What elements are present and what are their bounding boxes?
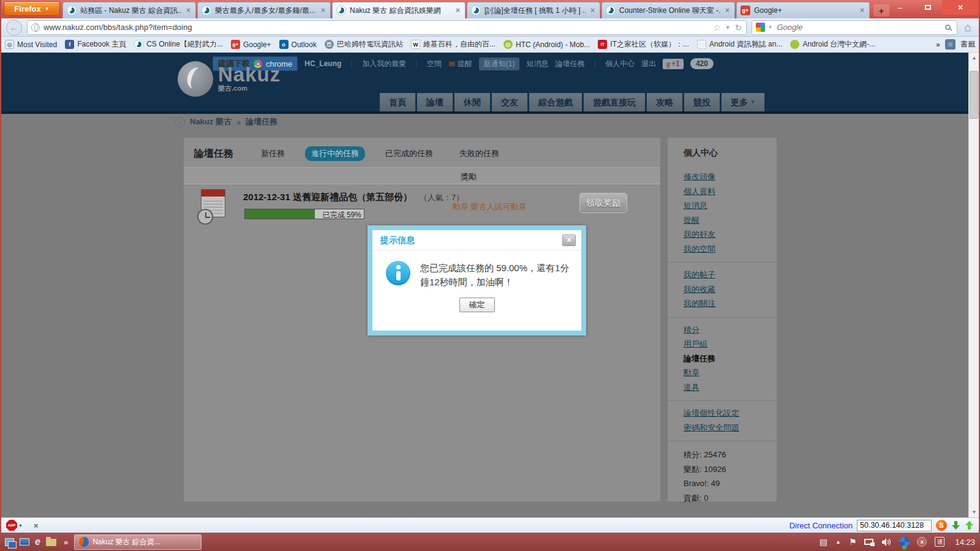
tab-close-icon[interactable]: × — [185, 6, 192, 15]
quicklaunch-overflow-icon[interactable]: » — [64, 538, 68, 547]
tab-close-icon[interactable]: × — [589, 6, 596, 15]
bookmark-item[interactable]: HTC (Android) - Mob... — [503, 40, 590, 49]
sidebar-link[interactable]: 修改頭像 — [684, 170, 777, 184]
search-box[interactable]: ▼ — [752, 20, 957, 35]
reload-icon[interactable]: ↻ — [735, 23, 742, 32]
back-button[interactable]: ← — [6, 20, 22, 36]
search-icon[interactable] — [945, 24, 951, 30]
internet-explorer-icon[interactable]: e — [35, 537, 40, 547]
sidebar-link[interactable]: 用戶組 — [684, 337, 777, 351]
show-desktop-icon[interactable] — [5, 538, 14, 546]
topbar-item[interactable]: ｜ — [413, 59, 420, 69]
tab-close-icon[interactable]: × — [454, 6, 461, 15]
sidebar-link[interactable]: 我的收藏 — [684, 282, 777, 297]
nav-item[interactable]: 綜合遊戲 — [529, 93, 582, 111]
error-tray-icon[interactable]: × — [917, 537, 927, 547]
taskbar-firefox-button[interactable]: Nakuz 樂古 綜合資... — [74, 534, 202, 550]
topbar-item[interactable]: 空間 — [427, 59, 442, 69]
sidebar-link[interactable]: 勳章 — [684, 365, 777, 380]
adblock-icon[interactable]: ABP — [6, 520, 17, 531]
display-icon[interactable] — [20, 538, 29, 545]
close-button[interactable]: × — [942, 0, 979, 15]
taskbar-clock[interactable]: 14:23 — [955, 538, 975, 547]
nav-item[interactable]: 休閒 — [454, 93, 490, 111]
bookmark-item[interactable]: Outlook — [279, 40, 317, 49]
url-dropdown-icon[interactable]: ▼ — [725, 24, 731, 31]
topbar-item[interactable]: 退出 — [641, 59, 656, 69]
breadcrumb-home-icon[interactable]: ⌂ — [175, 117, 185, 127]
vertical-scrollbar[interactable]: ▲ ▼ — [968, 53, 979, 517]
tab-close-icon[interactable]: × — [320, 6, 326, 15]
tray-chevron-icon[interactable]: ▲ — [835, 539, 841, 545]
browser-tab[interactable]: Google+ × — [736, 2, 870, 18]
network-icon[interactable] — [864, 539, 873, 545]
keyboard-icon[interactable]: ▤ — [820, 537, 827, 547]
dropbox-icon[interactable] — [898, 535, 911, 548]
browser-tab[interactable]: 樂古最多人/最多女/最多錢/最... × — [197, 2, 331, 18]
site-logo[interactable]: Nakuz 樂古.com — [178, 61, 281, 97]
bookmarks-menu-label[interactable]: 書籤 — [960, 39, 975, 50]
sidebar-link[interactable]: 我的空間 — [684, 242, 777, 257]
tab-close-icon[interactable]: × — [859, 6, 865, 15]
sidebar-link[interactable]: 短消息 — [684, 198, 777, 213]
nav-item[interactable]: 首頁 — [380, 93, 415, 111]
claim-reward-button[interactable]: 領取奖励 — [579, 193, 627, 213]
topbar-item[interactable]: 個人中心 — [605, 59, 635, 69]
download-arrow-icon[interactable] — [951, 520, 960, 530]
sidebar-link[interactable]: 論壇任務 — [684, 351, 777, 366]
browser-tab[interactable]: [討論]全壇任務 [ 挑戰 1 小時 ] ... × — [467, 2, 600, 18]
firefox-menu-button[interactable]: Firefox ▼ — [4, 1, 60, 16]
connection-status-link[interactable]: Direct Connection — [790, 521, 853, 530]
bookmark-star-icon[interactable]: ☆ — [713, 23, 721, 32]
topbar-item[interactable]: 420 — [690, 58, 714, 69]
topbar-item[interactable]: HC_Leung — [304, 59, 341, 68]
task-tab[interactable]: 失敗的任務 — [453, 146, 505, 161]
scrollbar-thumb[interactable] — [970, 71, 978, 119]
sidebar-link[interactable]: 提醒 — [684, 213, 777, 228]
minimize-button[interactable]: – — [886, 0, 914, 15]
sidebar-link[interactable]: 個人資料 — [684, 184, 777, 199]
sidebar-link[interactable]: 我的關注 — [684, 296, 777, 311]
browser-tab[interactable]: Counter-Strike Online 聊天室 -... × — [601, 2, 735, 18]
browser-tab[interactable]: 站務區 - Nakuz 樂古 綜合資訊... × — [62, 2, 196, 18]
task-tab[interactable]: 進行中的任務 — [305, 146, 365, 161]
sidebar-link[interactable]: 積分 — [684, 323, 777, 337]
upload-arrow-icon[interactable] — [965, 520, 974, 530]
topbar-item[interactable]: 加入我的最愛 — [362, 59, 406, 69]
task-name[interactable]: 2012-12-31 送舊迎新禮品包（第五部份） — [243, 192, 412, 202]
sidebar-link[interactable]: 我的好友 — [684, 227, 777, 242]
topbar-item[interactable]: 論壇任務 — [555, 59, 584, 69]
site-identity-icon[interactable] — [31, 23, 40, 32]
restore-button[interactable] — [914, 0, 942, 15]
bookmark-item[interactable]: Facebook 主頁 — [65, 39, 126, 50]
topbar-item[interactable]: ✉ 提醒 — [448, 59, 472, 69]
topbar-item[interactable]: g +1 — [663, 59, 684, 69]
task-tab[interactable]: 新任務 — [255, 146, 291, 161]
adblock-caret-icon[interactable]: ▼ — [18, 523, 23, 528]
bookmark-item[interactable]: 巴哈姆特電玩資訊站 — [325, 39, 403, 50]
sidebar-link[interactable]: 論壇個性化設定 — [684, 406, 777, 421]
proxy-address-input[interactable] — [857, 520, 932, 531]
volume-icon[interactable] — [881, 538, 892, 547]
browser-tab[interactable]: Nakuz 樂古 綜合資訊娛樂網 × — [332, 2, 466, 18]
scroll-up-icon[interactable]: ▲ — [969, 53, 979, 63]
speed-tray-icon[interactable]: 速 — [935, 537, 944, 547]
flag-icon[interactable]: ⚑ — [849, 537, 857, 547]
tab-close-icon[interactable]: × — [724, 6, 731, 15]
topbar-item[interactable]: 短消息 — [526, 59, 548, 69]
nav-item[interactable]: 論壇 — [417, 93, 453, 111]
nav-item[interactable]: 更多 ▼ — [722, 93, 764, 111]
nav-item[interactable]: 交友 — [492, 93, 527, 111]
nav-item[interactable]: 遊戲直接玩 — [584, 93, 645, 111]
url-bar[interactable]: www.nakuz.com/bbs/task.php?item=doing ☆ … — [27, 20, 747, 35]
breadcrumb-home-link[interactable]: Nakuz 樂古 — [190, 116, 232, 127]
statusbar-close-icon[interactable]: × — [34, 521, 39, 530]
bookmark-item[interactable]: 維基百科，自由的百... — [411, 39, 496, 50]
explorer-folder-icon[interactable] — [46, 539, 56, 546]
topbar-item[interactable]: 新通知(1) — [479, 58, 520, 70]
bookmark-item[interactable]: Google+ — [231, 40, 271, 49]
bookmarks-overflow-icon[interactable]: » — [936, 40, 940, 49]
topbar-item[interactable]: ｜ — [348, 59, 355, 69]
sidebar-link[interactable]: 密碼和安全問題 — [684, 421, 777, 435]
sidebar-link[interactable]: 道具 — [684, 380, 777, 395]
